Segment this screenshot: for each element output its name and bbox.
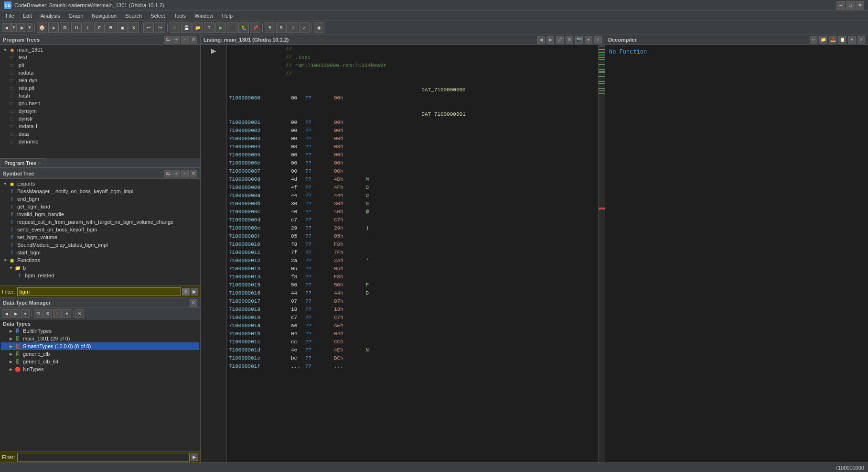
row-12[interactable]: 7100000012 2a ?? 2Ah *: [227, 256, 598, 264]
export-soundmodule[interactable]: f SoundModule__play_status_bgm_impl: [1, 241, 199, 249]
toolbar-clear[interactable]: U: [71, 22, 82, 33]
row-1e[interactable]: 710000001e bc ?? BCh: [227, 354, 598, 362]
export-start-bgm[interactable]: f start_bgm: [1, 249, 199, 256]
toolbar-func[interactable]: F: [94, 22, 105, 33]
row-e[interactable]: 710000000e 29 ?? 29h ): [227, 224, 598, 232]
maximize-button[interactable]: □: [846, 1, 855, 10]
toolbar-x[interactable]: X: [129, 22, 139, 33]
menu-tools[interactable]: Tools: [170, 11, 190, 21]
exports-node[interactable]: ▼ ◼ Exports: [1, 180, 199, 187]
row-16[interactable]: 7100000016 44 ?? 44h D: [227, 289, 598, 297]
tree-text[interactable]: □ .text: [1, 54, 199, 61]
listing-btn1[interactable]: ◀: [537, 36, 545, 44]
row-1f[interactable]: 710000001f ... ?? ...: [227, 362, 598, 370]
export-request[interactable]: f request_cut_in_from_param_with_target_…: [1, 218, 199, 226]
row-b[interactable]: 710000000b 30 ?? 30h 0: [227, 199, 598, 208]
row-7[interactable]: 7100000007 00 ?? 00h: [227, 167, 598, 175]
toolbar-save[interactable]: 💾: [181, 22, 192, 33]
close-button[interactable]: ✕: [856, 1, 864, 10]
program-trees-close[interactable]: ✕: [190, 36, 197, 44]
dtm-nntypes[interactable]: ▶ 🔴 NnTypes: [1, 365, 199, 373]
dtm-close[interactable]: ✕: [190, 299, 197, 307]
row-10[interactable]: 7100000010 f8 ?? F8h: [227, 240, 598, 248]
menu-graph[interactable]: Graph: [65, 11, 87, 21]
row-8[interactable]: 7100000008 4d ?? 4Dh M: [227, 175, 598, 183]
tree-gnu-hash[interactable]: □ .gnu.hash: [1, 99, 199, 107]
toolbar-extra1[interactable]: ◉: [314, 22, 324, 33]
toolbar-up[interactable]: ▲: [48, 22, 59, 33]
dtm-nav-fwd[interactable]: ▶: [11, 309, 20, 318]
dtm-generic-clb[interactable]: ▶ 🗄 generic_clb: [1, 350, 199, 358]
toolbar-b2[interactable]: B: [276, 22, 287, 33]
toolbar-undo[interactable]: ↩: [143, 22, 154, 33]
filter-input[interactable]: [17, 287, 182, 296]
row-c[interactable]: 710000000c 40 ?? 40h @: [227, 208, 598, 216]
tree-rela-plt[interactable]: □ .rela.plt: [1, 84, 199, 92]
tree-hash[interactable]: □ .hash: [1, 92, 199, 99]
decompiler-btn5[interactable]: ▼: [848, 36, 856, 44]
menu-file[interactable]: File: [2, 11, 18, 21]
nav-back-dropdown[interactable]: ▼: [11, 23, 17, 32]
toolbar-apply[interactable]: ✓: [170, 22, 180, 33]
toolbar-disasm[interactable]: D: [60, 22, 70, 33]
nav-fwd-dropdown[interactable]: ▼: [27, 23, 32, 32]
row-14[interactable]: 7100000014 f8 ?? F8h: [227, 273, 598, 281]
row-a[interactable]: 710000000a 44 ?? 44h D: [227, 191, 598, 199]
toolbar-run[interactable]: ▶: [215, 22, 226, 33]
dtm-smashtypes[interactable]: ▶ 🗄 SmashTypes (10.0.0) (8 of 0): [1, 342, 199, 350]
menu-select[interactable]: Select: [147, 11, 169, 21]
minimize-button[interactable]: –: [836, 1, 845, 10]
listing-btn6[interactable]: ▼: [585, 36, 592, 44]
dtm-close-panel[interactable]: ✕: [75, 309, 84, 318]
toolbar-b1[interactable]: B: [265, 22, 275, 33]
menu-navigation[interactable]: Navigation: [88, 11, 120, 21]
row-1b[interactable]: 710000001b 04 ?? 04h: [227, 329, 598, 338]
row-13[interactable]: 7100000013 05 ?? 05h: [227, 264, 598, 273]
dtm-nav-back[interactable]: ◀: [2, 309, 11, 318]
listing-minimap[interactable]: [598, 45, 605, 462]
row-1d[interactable]: 710000001d 4e ?? 4Eh N: [227, 346, 598, 354]
tree-dynsym[interactable]: □ .dynsym: [1, 107, 199, 115]
functions-node[interactable]: ▼ ◼ Functions: [1, 256, 199, 264]
toolbar-t1[interactable]: T: [204, 22, 214, 33]
dtm-filter-btn[interactable]: ⚙: [43, 309, 52, 318]
func-bgm-related[interactable]: f bgm_related: [1, 272, 199, 279]
program-trees-btn3[interactable]: −: [181, 36, 189, 44]
row-11[interactable]: 7100000011 7f ?? 7Fh: [227, 248, 598, 256]
export-set-bgm[interactable]: f set_bgm_volume: [1, 233, 199, 241]
row-18[interactable]: 7100000018 18 ?? 18h: [227, 305, 598, 313]
tree-dynamic[interactable]: □ .dynamic: [1, 138, 199, 145]
tree-root[interactable]: ▼ ◉ main_1301: [1, 46, 199, 54]
dtm-red-x[interactable]: ✕: [53, 309, 62, 318]
listing-row-0[interactable]: 7100000000 00 ?? 00h: [227, 94, 598, 102]
row-f[interactable]: 710000000f 05 ?? 05h: [227, 232, 598, 240]
row-19[interactable]: 7100000019 c7 ?? C7h: [227, 313, 598, 321]
symbol-tree-btn2[interactable]: +: [172, 170, 180, 177]
row-6[interactable]: 710000006e 00 ?? 00h: [227, 159, 598, 167]
tab-program-tree-close[interactable]: ×: [38, 161, 41, 165]
row-15[interactable]: 7100000015 50 ?? 50h P: [227, 281, 598, 289]
toolbar-refs[interactable]: R: [106, 22, 116, 33]
dtm-view-btn[interactable]: ⊞: [34, 309, 43, 318]
decompiler-btn1[interactable]: ↩: [810, 36, 817, 44]
toolbar-import[interactable]: ↙: [299, 22, 310, 33]
row-1c[interactable]: 710000001c cc ?? CCh: [227, 338, 598, 346]
menu-window[interactable]: Window: [191, 11, 217, 21]
tab-program-tree[interactable]: Program Tree ×: [0, 158, 45, 167]
row-2[interactable]: 7100000002 00 ?? 00h: [227, 126, 598, 134]
menu-edit[interactable]: Edit: [19, 11, 36, 21]
row-9[interactable]: 7100000009 4f ?? 4Fh O: [227, 183, 598, 191]
dtm-nav-dropdown[interactable]: ▼: [21, 309, 30, 318]
dtm-arrow-btn[interactable]: ▼: [63, 309, 71, 318]
toolbar-redo[interactable]: ↪: [155, 22, 165, 33]
program-trees-btn2[interactable]: +: [172, 36, 180, 44]
symbol-tree-btn1[interactable]: 🗂: [164, 170, 171, 177]
program-trees-btn1[interactable]: 🗂: [164, 36, 171, 44]
symbol-tree-btn3[interactable]: −: [181, 170, 189, 177]
listing-btn4[interactable]: ⚙: [566, 36, 573, 44]
dtm-builtins[interactable]: ▶ 🗄 BuiltInTypes: [1, 327, 199, 335]
row-1a[interactable]: 710000001a ae ?? AEh: [227, 321, 598, 329]
export-get-bgm-kind[interactable]: f get_bgm_kind: [1, 203, 199, 210]
decompiler-btn3[interactable]: 📤: [829, 36, 836, 44]
dtm-main1301[interactable]: ▶ 🗄 main_1301 (29 of 0): [1, 335, 199, 342]
